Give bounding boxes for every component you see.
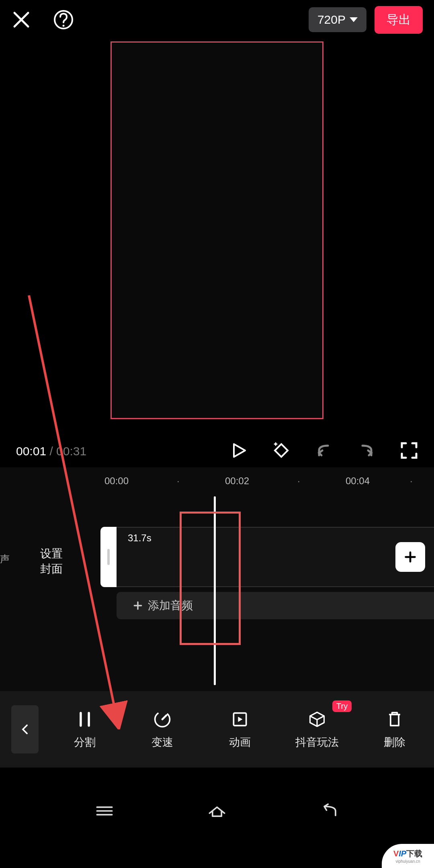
add-audio-button[interactable]: 添加音频 xyxy=(117,592,434,619)
speed-icon xyxy=(153,709,172,729)
add-clip-button[interactable] xyxy=(395,542,425,572)
watermark-sub: viphuiyuan.cn xyxy=(395,859,420,864)
ruler-dot: · xyxy=(297,475,300,487)
delete-icon xyxy=(385,709,404,729)
total-time: 00:31 xyxy=(56,444,86,458)
split-icon xyxy=(76,709,94,729)
set-cover-button[interactable]: 设置 封面 xyxy=(40,546,63,577)
top-toolbar: 720P 导出 xyxy=(0,0,434,39)
video-clip[interactable]: 31.7s xyxy=(117,527,434,587)
split-tool[interactable]: 分割 xyxy=(61,709,109,749)
resolution-selector[interactable]: 720P xyxy=(309,7,366,32)
edge-label: 声 xyxy=(0,553,10,565)
redo-icon[interactable] xyxy=(358,442,375,461)
ruler-tick: 00:04 xyxy=(346,475,370,487)
delete-tool[interactable]: 删除 xyxy=(371,709,419,749)
export-button[interactable]: 导出 xyxy=(375,6,423,34)
system-nav-bar xyxy=(0,788,434,836)
chevron-down-icon xyxy=(350,17,358,22)
tool-label: 抖音玩法 xyxy=(295,735,339,749)
timeline-ruler[interactable]: 00:00 · 00:02 · 00:04 · xyxy=(0,475,434,495)
player-controls: 00:01 / 00:31 xyxy=(0,435,434,467)
timeline-area: 00:00 · 00:02 · 00:04 · 声 设置 封面 31.7s 添加… xyxy=(0,467,434,692)
ruler-dot: · xyxy=(410,475,413,487)
play-icon[interactable] xyxy=(230,442,248,461)
video-preview-area xyxy=(0,39,434,435)
tool-label: 删除 xyxy=(384,735,405,749)
keyframe-icon[interactable] xyxy=(272,442,290,461)
time-display: 00:01 / 00:31 xyxy=(16,444,86,458)
video-clip-track[interactable]: 31.7s xyxy=(100,527,434,587)
try-badge: Try xyxy=(332,700,352,712)
menu-icon[interactable] xyxy=(93,803,116,821)
edit-tool-row: 分割 变速 动画 Try 抖音玩法 删除 xyxy=(0,691,434,768)
clip-duration: 31.7s xyxy=(128,532,151,544)
tool-label: 分割 xyxy=(74,735,96,749)
douyin-play-tool[interactable]: Try 抖音玩法 xyxy=(293,709,341,749)
ruler-tick: 00:00 xyxy=(104,475,129,487)
clip-left-handle[interactable] xyxy=(100,527,117,587)
add-audio-label: 添加音频 xyxy=(148,598,193,613)
undo-icon[interactable] xyxy=(315,442,333,461)
watermark: VIP下载 viphuiyuan.cn xyxy=(382,844,434,868)
video-preview-frame[interactable] xyxy=(111,41,323,419)
back-nav-icon[interactable] xyxy=(318,803,341,821)
tool-label: 变速 xyxy=(151,735,173,749)
home-icon[interactable] xyxy=(206,803,228,821)
back-button[interactable] xyxy=(11,705,39,753)
current-time: 00:01 xyxy=(16,444,46,458)
fullscreen-icon[interactable] xyxy=(400,442,418,461)
animation-tool[interactable]: 动画 xyxy=(216,709,264,749)
help-icon[interactable] xyxy=(53,10,74,30)
speed-tool[interactable]: 变速 xyxy=(138,709,186,749)
svg-point-1 xyxy=(63,25,65,27)
tool-label: 动画 xyxy=(229,735,251,749)
ruler-dot: · xyxy=(177,475,180,487)
animation-icon xyxy=(231,709,249,729)
resolution-label: 720P xyxy=(317,13,346,27)
export-label: 导出 xyxy=(387,13,411,26)
cube-icon xyxy=(308,709,326,729)
playhead[interactable] xyxy=(214,496,216,685)
close-icon[interactable] xyxy=(11,10,31,30)
ruler-tick: 00:02 xyxy=(225,475,249,487)
